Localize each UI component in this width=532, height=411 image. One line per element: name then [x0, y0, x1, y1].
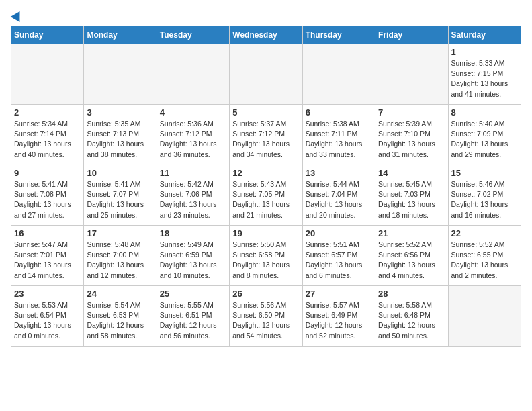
calendar-cell	[157, 44, 229, 105]
day-number: 19	[232, 228, 299, 238]
calendar-table: SundayMondayTuesdayWednesdayThursdayFrid…	[11, 26, 521, 347]
day-info: Sunrise: 5:42 AM Sunset: 7:06 PM Dayligh…	[160, 179, 226, 220]
day-info: Sunrise: 5:57 AM Sunset: 6:49 PM Dayligh…	[306, 300, 372, 341]
day-info: Sunrise: 5:36 AM Sunset: 7:12 PM Dayligh…	[160, 119, 226, 160]
day-info: Sunrise: 5:51 AM Sunset: 6:57 PM Dayligh…	[306, 240, 372, 281]
day-number: 4	[160, 107, 226, 118]
day-number: 10	[87, 168, 153, 178]
column-header-wednesday: Wednesday	[230, 26, 302, 44]
day-info: Sunrise: 5:43 AM Sunset: 7:05 PM Dayligh…	[232, 179, 299, 220]
day-number: 24	[87, 289, 153, 299]
day-number: 27	[306, 289, 372, 299]
calendar-cell	[448, 286, 521, 347]
day-number: 20	[306, 228, 372, 238]
calendar-cell: 15Sunrise: 5:46 AM Sunset: 7:02 PM Dayli…	[448, 165, 521, 226]
logo-triangle-icon	[11, 9, 25, 22]
calendar-cell: 4Sunrise: 5:36 AM Sunset: 7:12 PM Daylig…	[157, 105, 229, 165]
day-number: 25	[160, 289, 226, 299]
calendar-cell: 10Sunrise: 5:41 AM Sunset: 7:07 PM Dayli…	[84, 165, 157, 226]
calendar-header-row: SundayMondayTuesdayWednesdayThursdayFrid…	[11, 26, 521, 44]
column-header-tuesday: Tuesday	[157, 26, 229, 44]
calendar-cell: 5Sunrise: 5:37 AM Sunset: 7:12 PM Daylig…	[230, 105, 302, 165]
column-header-monday: Monday	[84, 26, 157, 44]
day-info: Sunrise: 5:38 AM Sunset: 7:11 PM Dayligh…	[306, 119, 372, 160]
day-info: Sunrise: 5:34 AM Sunset: 7:14 PM Dayligh…	[14, 119, 81, 160]
calendar-cell: 8Sunrise: 5:40 AM Sunset: 7:09 PM Daylig…	[448, 105, 521, 165]
day-number: 14	[378, 168, 445, 178]
day-info: Sunrise: 5:40 AM Sunset: 7:09 PM Dayligh…	[451, 119, 518, 160]
calendar-cell: 17Sunrise: 5:48 AM Sunset: 7:00 PM Dayli…	[84, 226, 157, 286]
calendar-cell: 27Sunrise: 5:57 AM Sunset: 6:49 PM Dayli…	[302, 286, 375, 347]
calendar-cell: 7Sunrise: 5:39 AM Sunset: 7:10 PM Daylig…	[375, 105, 448, 165]
day-info: Sunrise: 5:58 AM Sunset: 6:48 PM Dayligh…	[378, 300, 445, 341]
day-info: Sunrise: 5:54 AM Sunset: 6:53 PM Dayligh…	[87, 300, 153, 341]
day-number: 6	[306, 107, 372, 118]
calendar-cell: 21Sunrise: 5:52 AM Sunset: 6:56 PM Dayli…	[375, 226, 448, 286]
calendar-cell: 18Sunrise: 5:49 AM Sunset: 6:59 PM Dayli…	[157, 226, 229, 286]
day-number: 2	[14, 107, 81, 118]
day-info: Sunrise: 5:50 AM Sunset: 6:58 PM Dayligh…	[232, 240, 299, 281]
logo	[11, 11, 23, 20]
calendar-cell: 26Sunrise: 5:56 AM Sunset: 6:50 PM Dayli…	[230, 286, 302, 347]
column-header-saturday: Saturday	[448, 26, 521, 44]
day-info: Sunrise: 5:46 AM Sunset: 7:02 PM Dayligh…	[451, 179, 518, 220]
day-number: 13	[306, 168, 372, 178]
calendar-cell: 28Sunrise: 5:58 AM Sunset: 6:48 PM Dayli…	[375, 286, 448, 347]
calendar-cell: 12Sunrise: 5:43 AM Sunset: 7:05 PM Dayli…	[230, 165, 302, 226]
day-info: Sunrise: 5:33 AM Sunset: 7:15 PM Dayligh…	[451, 58, 518, 99]
calendar-cell: 16Sunrise: 5:47 AM Sunset: 7:01 PM Dayli…	[11, 226, 84, 286]
day-info: Sunrise: 5:39 AM Sunset: 7:10 PM Dayligh…	[378, 119, 445, 160]
calendar-cell: 6Sunrise: 5:38 AM Sunset: 7:11 PM Daylig…	[302, 105, 375, 165]
calendar-cell	[11, 44, 84, 105]
day-number: 1	[451, 47, 518, 57]
day-info: Sunrise: 5:44 AM Sunset: 7:04 PM Dayligh…	[306, 179, 372, 220]
calendar-week-row: 1Sunrise: 5:33 AM Sunset: 7:15 PM Daylig…	[11, 44, 521, 105]
calendar-cell: 24Sunrise: 5:54 AM Sunset: 6:53 PM Dayli…	[84, 286, 157, 347]
day-info: Sunrise: 5:52 AM Sunset: 6:56 PM Dayligh…	[378, 240, 445, 281]
day-number: 22	[451, 228, 518, 238]
calendar-cell: 14Sunrise: 5:45 AM Sunset: 7:03 PM Dayli…	[375, 165, 448, 226]
calendar-cell: 23Sunrise: 5:53 AM Sunset: 6:54 PM Dayli…	[11, 286, 84, 347]
calendar-cell	[375, 44, 448, 105]
calendar-week-row: 23Sunrise: 5:53 AM Sunset: 6:54 PM Dayli…	[11, 286, 521, 347]
day-number: 26	[232, 289, 299, 299]
calendar-cell: 25Sunrise: 5:55 AM Sunset: 6:51 PM Dayli…	[157, 286, 229, 347]
calendar-cell	[84, 44, 157, 105]
day-number: 8	[451, 107, 518, 118]
day-info: Sunrise: 5:45 AM Sunset: 7:03 PM Dayligh…	[378, 179, 445, 220]
day-number: 9	[14, 168, 81, 178]
day-number: 21	[378, 228, 445, 238]
day-info: Sunrise: 5:48 AM Sunset: 7:00 PM Dayligh…	[87, 240, 153, 281]
day-number: 12	[232, 168, 299, 178]
day-info: Sunrise: 5:47 AM Sunset: 7:01 PM Dayligh…	[14, 240, 81, 281]
day-info: Sunrise: 5:41 AM Sunset: 7:08 PM Dayligh…	[14, 179, 81, 220]
column-header-sunday: Sunday	[11, 26, 84, 44]
day-number: 17	[87, 228, 153, 238]
calendar-cell: 13Sunrise: 5:44 AM Sunset: 7:04 PM Dayli…	[302, 165, 375, 226]
day-info: Sunrise: 5:41 AM Sunset: 7:07 PM Dayligh…	[87, 179, 153, 220]
calendar-cell: 2Sunrise: 5:34 AM Sunset: 7:14 PM Daylig…	[11, 105, 84, 165]
day-info: Sunrise: 5:53 AM Sunset: 6:54 PM Dayligh…	[14, 300, 81, 341]
calendar-week-row: 2Sunrise: 5:34 AM Sunset: 7:14 PM Daylig…	[11, 105, 521, 165]
calendar-cell: 11Sunrise: 5:42 AM Sunset: 7:06 PM Dayli…	[157, 165, 229, 226]
page-header	[11, 11, 521, 20]
calendar-week-row: 9Sunrise: 5:41 AM Sunset: 7:08 PM Daylig…	[11, 165, 521, 226]
calendar-cell: 22Sunrise: 5:52 AM Sunset: 6:55 PM Dayli…	[448, 226, 521, 286]
day-number: 11	[160, 168, 226, 178]
calendar-cell	[302, 44, 375, 105]
calendar-cell: 1Sunrise: 5:33 AM Sunset: 7:15 PM Daylig…	[448, 44, 521, 105]
column-header-thursday: Thursday	[302, 26, 375, 44]
day-number: 28	[378, 289, 445, 299]
calendar-cell: 20Sunrise: 5:51 AM Sunset: 6:57 PM Dayli…	[302, 226, 375, 286]
day-number: 5	[232, 107, 299, 118]
calendar-week-row: 16Sunrise: 5:47 AM Sunset: 7:01 PM Dayli…	[11, 226, 521, 286]
day-info: Sunrise: 5:56 AM Sunset: 6:50 PM Dayligh…	[232, 300, 299, 341]
column-header-friday: Friday	[375, 26, 448, 44]
day-info: Sunrise: 5:55 AM Sunset: 6:51 PM Dayligh…	[160, 300, 226, 341]
day-info: Sunrise: 5:37 AM Sunset: 7:12 PM Dayligh…	[232, 119, 299, 160]
day-number: 7	[378, 107, 445, 118]
calendar-cell	[230, 44, 302, 105]
day-info: Sunrise: 5:35 AM Sunset: 7:13 PM Dayligh…	[87, 119, 153, 160]
day-number: 3	[87, 107, 153, 118]
calendar-cell: 19Sunrise: 5:50 AM Sunset: 6:58 PM Dayli…	[230, 226, 302, 286]
